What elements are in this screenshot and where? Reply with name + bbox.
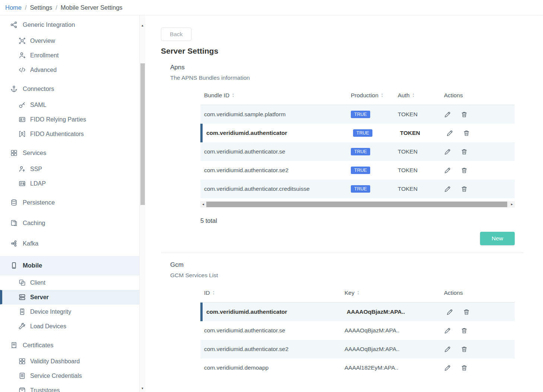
sidebar-item-connectors[interactable]: Connectors [0,80,139,98]
auth-cell: TOKEN [394,186,440,192]
overview-icon [19,37,26,44]
pencil-icon[interactable] [446,309,453,316]
trash-icon[interactable] [463,130,470,137]
sidebar-item-label: Caching [23,219,45,227]
gcm-table-row[interactable]: com.veridiumid.authenticator.se2AAAAOqBj… [200,340,515,358]
sidebar-item-kafka[interactable]: Kafka [0,235,139,252]
sidebar-item-client[interactable]: Client [0,275,139,290]
gcm-table-row[interactable]: com.veridiumid.authenticator.seAAAAOqBja… [200,321,515,340]
sidebar-item-mobile[interactable]: Mobile [0,256,139,275]
apns-table-header: Bundle ID▲▼Production▲▼Auth▲▼Actions [200,86,515,105]
trash-icon[interactable] [463,309,470,316]
sidebar-item-generic-integration[interactable]: Generic Integration [0,16,139,34]
sidebar-item-label: Certificates [23,342,54,349]
trash-icon[interactable] [461,186,468,193]
scroll-up-icon[interactable]: ▲ [140,23,145,28]
apns-horizontal-scrollbar[interactable]: ◄ ► [200,201,515,208]
trash-icon[interactable] [461,111,468,118]
pencil-icon[interactable] [444,346,451,353]
sidebar-item-load-devices[interactable]: Load Devices [0,319,139,333]
sidebar-item-certificates[interactable]: Certificates [0,336,139,354]
sidebar-item-service-credentials[interactable]: Service Credentials [0,369,139,383]
sidebar-item-truststores[interactable]: Truststores [0,383,139,392]
column-header-label: Actions [444,290,463,296]
pencil-icon[interactable] [444,186,451,193]
sidebar-item-label: Advanced [30,67,57,73]
pencil-icon[interactable] [444,364,451,372]
sidebar-item-services[interactable]: Services [0,144,139,162]
sidebar-item-label: Generic Integration [23,21,75,28]
back-button[interactable]: Back [161,28,191,41]
trash-icon[interactable] [461,364,468,372]
column-header-key[interactable]: Key▲▼ [341,290,440,296]
trash-icon[interactable] [461,167,468,174]
apns-table-row[interactable]: com.veridiumid.authenticator.seTRUETOKEN [200,142,515,161]
apns-section: Apns The APNS Bundles information Bundle… [170,64,524,245]
sidebar-item-fido-relying-parties[interactable]: FIDO Relying Parties [0,112,139,127]
sidebar-item-advanced[interactable]: Advanced [0,63,139,77]
trash-icon[interactable] [461,346,468,353]
credentials-icon [19,372,26,379]
sidebar-scrollbar-thumb[interactable] [140,63,145,205]
production-badge: TRUE [351,185,370,193]
sidebar-item-device-integrity[interactable]: Device Integrity [0,304,139,319]
column-header-auth[interactable]: Auth▲▼ [394,92,440,99]
scroll-down-icon[interactable]: ▼ [140,386,145,391]
pencil-icon[interactable] [444,111,451,118]
scroll-left-icon[interactable]: ◄ [200,201,206,208]
sidebar-item-enrollment[interactable]: Enrollment [0,48,139,63]
apns-table-row[interactable]: com.veridiumid.sample.platformTRUETOKEN [200,105,515,124]
gcm-section: Gcm GCM Services List ID▲▼Key▲▼Actions c… [170,261,524,377]
apns-table-body: com.veridiumid.sample.platformTRUETOKENc… [200,105,515,198]
column-header-production[interactable]: Production▲▼ [347,92,394,99]
trash-icon[interactable] [461,148,468,155]
pencil-icon[interactable] [444,148,451,155]
trash-icon[interactable] [461,327,468,334]
column-header-id[interactable]: ID▲▼ [200,290,341,296]
gcm-table-row[interactable]: com.veridiumid.authenticatorAAAAOqBjazM:… [200,303,515,321]
apns-table-row[interactable]: com.veridiumid.authenticator.creditsuiss… [200,180,515,198]
actions-cell [440,327,515,334]
apns-section-subtitle: The APNS Bundles information [170,75,524,81]
key-cell: AAAAOqBjazM:APA.. [341,327,440,334]
client-icon [19,279,26,286]
apns-scrollbar-thumb[interactable] [206,202,507,207]
apns-table-row[interactable]: com.veridiumid.authenticatorTRUETOKEN [200,124,515,142]
gcm-table-row[interactable]: com.veridiumid.demoappAAAAl182EyM:APA.. [200,358,515,377]
sidebar-item-fido-authenticators[interactable]: FIDO Authenticators [0,127,139,141]
pencil-icon[interactable] [446,130,453,137]
breadcrumb-item-settings[interactable]: Settings [30,4,53,11]
key-cell: AAAAOqBjazM:APA.. [343,309,442,315]
column-header-bundle-id[interactable]: Bundle ID▲▼ [200,92,347,99]
sidebar-item-ssp[interactable]: SSP [0,162,139,176]
key-cell: AAAAOqBjazM:APA.. [341,346,440,353]
auth-cell: TOKEN [394,148,440,155]
sort-arrows-icon: ▲▼ [232,93,234,98]
production-cell: TRUE [347,148,394,156]
wrench-icon [19,323,26,330]
sidebar-item-server[interactable]: Server [0,290,139,304]
auth-cell: TOKEN [394,167,440,174]
sidebar-item-ldap[interactable]: LDAP [0,176,139,191]
breadcrumb-separator: / [55,4,57,11]
sidebar-item-saml[interactable]: SAML [0,98,139,112]
sidebar-item-overview[interactable]: Overview [0,34,139,48]
sidebar-item-label: FIDO Relying Parties [30,116,86,123]
pencil-icon[interactable] [444,167,451,174]
sidebar-item-validity-dashboard[interactable]: Validity Dashboard [0,354,139,369]
actions-cell [440,167,515,174]
sidebar-item-persistence[interactable]: Persistence [0,194,139,211]
actions-cell [440,186,515,193]
sidebar-item-label: Overview [30,38,55,44]
breadcrumb-item-home[interactable]: Home [5,4,22,11]
scroll-right-icon[interactable]: ► [509,201,515,208]
pencil-icon[interactable] [444,327,451,334]
column-header-label: Auth [398,92,410,99]
sidebar-item-caching[interactable]: Caching [0,214,139,232]
copy-icon [10,219,18,227]
service-id-cell: com.veridiumid.demoapp [200,364,341,371]
apns-table-row[interactable]: com.veridiumid.authenticator.se2TRUETOKE… [200,161,515,180]
bundle-id-cell: com.veridiumid.authenticator.creditsuiss… [200,186,347,192]
sidebar-scrollbar[interactable]: ▲ ▼ [139,15,145,392]
new-button[interactable]: New [480,232,515,245]
